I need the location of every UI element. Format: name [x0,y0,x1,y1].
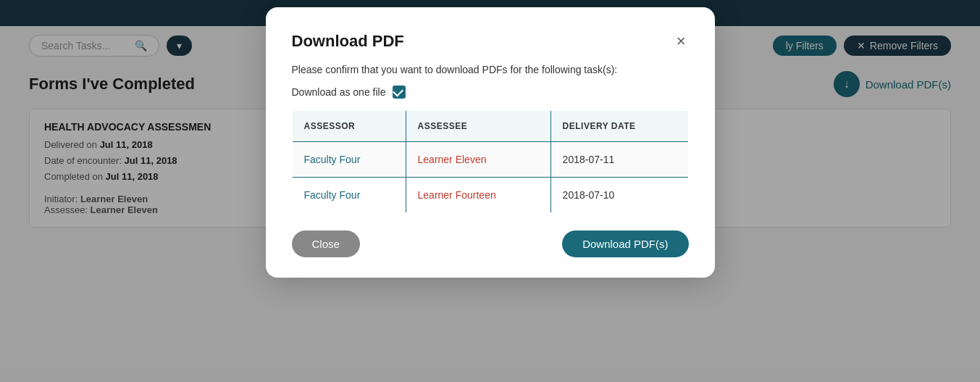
modal-close-button[interactable]: × [674,30,689,52]
date-cell-2: 2018-07-10 [550,178,688,213]
download-one-file-label: Download as one file [292,86,386,98]
modal-title: Download PDF [292,32,404,51]
table-row: Faculty Four Learner Fourteen 2018-07-10 [292,178,688,213]
date-cell-1: 2018-07-11 [550,142,688,178]
assessor-header: ASSESSOR [292,111,406,142]
modal-subtitle: Please confirm that you want to download… [292,64,689,75]
date-value-2: 2018-07-10 [563,189,615,201]
close-modal-button[interactable]: Close [292,231,360,257]
assessee-link-2[interactable]: Learner Fourteen [418,189,496,201]
assessor-cell-2: Faculty Four [292,178,406,213]
modal-footer: Close Download PDF(s) [292,231,689,257]
download-one-file-checkbox[interactable] [393,86,406,99]
date-value-1: 2018-07-11 [563,154,615,165]
pdf-table: ASSESSOR ASSESSEE DELIVERY DATE Faculty … [292,110,689,213]
download-one-file-option: Download as one file [292,86,689,99]
table-header: ASSESSOR ASSESSEE DELIVERY DATE [292,111,688,142]
assessor-link-2[interactable]: Faculty Four [304,189,361,201]
download-pdf-modal: Download PDF × Please confirm that you w… [266,7,715,278]
assessor-link-1[interactable]: Faculty Four [304,154,361,165]
table-row: Faculty Four Learner Eleven 2018-07-11 [292,142,688,178]
modal-header: Download PDF × [292,30,689,52]
assessee-link-1[interactable]: Learner Eleven [418,154,487,165]
assessee-cell-1: Learner Eleven [406,142,550,178]
assessee-header: ASSESSEE [406,111,550,142]
modal-overlay: Download PDF × Please confirm that you w… [0,0,980,382]
assessee-cell-2: Learner Fourteen [406,178,550,213]
delivery-date-header: DELIVERY DATE [550,111,688,142]
table-body: Faculty Four Learner Eleven 2018-07-11 F… [292,142,688,213]
assessor-cell-1: Faculty Four [292,142,406,178]
download-pdfs-modal-button[interactable]: Download PDF(s) [562,231,688,257]
table-header-row: ASSESSOR ASSESSEE DELIVERY DATE [292,111,688,142]
